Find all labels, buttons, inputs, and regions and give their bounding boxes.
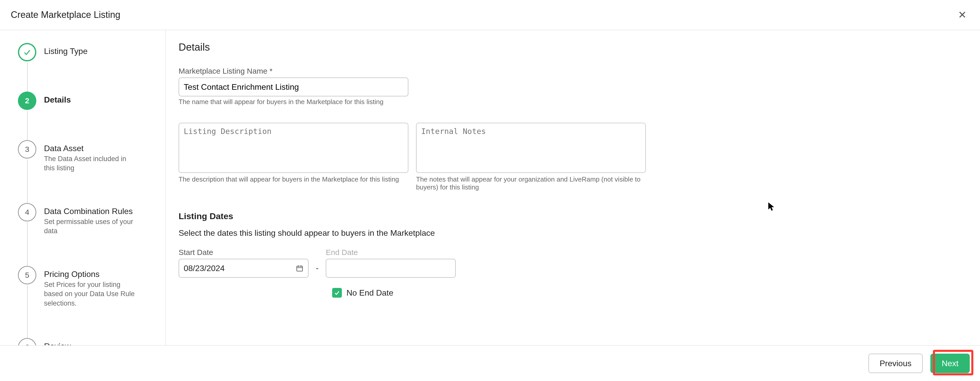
calendar-icon [296,264,304,272]
step-label: Pricing Options [44,270,136,279]
svg-rect-0 [297,266,303,271]
step-details[interactable]: 2 Details [18,92,158,140]
wizard-footer: Previous Next [0,345,980,381]
step-number-icon: 3 [18,140,37,159]
step-label: Review [44,341,71,345]
modal-title-bar: Create Marketplace Listing ✕ [0,0,980,30]
check-icon [18,43,37,61]
close-icon[interactable]: ✕ [955,7,969,22]
step-number-icon: 6 [18,338,37,345]
listing-dates-heading: Listing Dates [178,211,844,221]
create-listing-modal: Create Marketplace Listing ✕ Listing Typ… [0,0,980,381]
step-number-icon: 4 [18,203,37,221]
listing-name-label: Marketplace Listing Name * [178,67,844,75]
end-date-label: End Date [326,248,456,257]
step-description: Set Prices for your listing based on you… [44,280,136,308]
step-number-icon: 2 [18,92,37,110]
internal-notes-textarea[interactable] [416,123,646,173]
listing-description-helper: The description that will appear for buy… [178,175,408,183]
listing-name-input[interactable] [178,78,408,97]
details-panel: Details Marketplace Listing Name * The n… [166,30,857,345]
next-button[interactable]: Next [931,354,970,373]
step-description: The Data Asset included in this listing [44,154,136,173]
panel-heading: Details [178,41,844,53]
start-date-value: 08/23/2024 [184,264,225,273]
step-data-asset[interactable]: 3 Data Asset The Data Asset included in … [18,140,158,203]
no-end-date-checkbox[interactable] [332,288,342,298]
step-data-combination-rules[interactable]: 4 Data Combination Rules Set permissable… [18,203,158,266]
modal-title: Create Marketplace Listing [11,10,955,20]
step-label: Listing Type [44,46,88,56]
step-label: Details [44,95,71,105]
step-label: Data Combination Rules [44,206,136,216]
wizard-stepper: Listing Type 2 Details 3 Data Asset The … [0,30,166,345]
step-label: Data Asset [44,144,136,153]
step-review[interactable]: 6 Review [18,338,158,345]
internal-notes-helper: The notes that will appear for your orga… [416,175,646,191]
listing-name-helper: The name that will appear for buyers in … [178,98,844,106]
previous-button[interactable]: Previous [869,354,923,373]
step-pricing-options[interactable]: 5 Pricing Options Set Prices for your li… [18,266,158,338]
listing-description-textarea[interactable] [178,123,408,173]
start-date-input[interactable]: 08/23/2024 [178,259,309,278]
step-listing-type[interactable]: Listing Type [18,43,158,92]
start-date-label: Start Date [178,248,309,257]
date-range-separator: - [316,263,318,278]
listing-dates-subtext: Select the dates this listing should app… [178,229,844,238]
step-number-icon: 5 [18,266,37,284]
no-end-date-label: No End Date [347,288,393,298]
end-date-input[interactable] [326,259,456,278]
step-description: Set permissable uses of your data [44,217,136,236]
